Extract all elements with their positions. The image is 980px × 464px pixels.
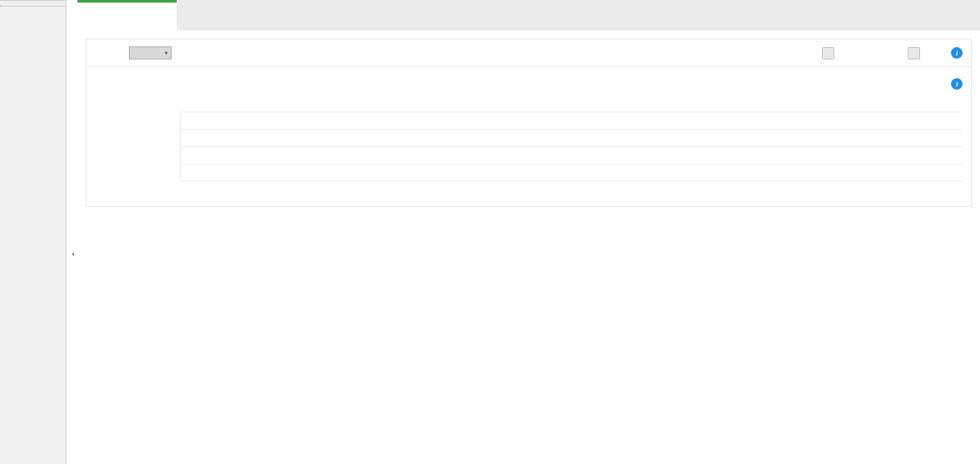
groups-dropdown[interactable]: ▾ xyxy=(129,46,172,59)
app-root: ▾ i i xyxy=(0,0,980,464)
prev-day-button[interactable] xyxy=(822,47,834,59)
sidebar-gutter xyxy=(67,0,77,464)
toolbar-info-icon[interactable]: i xyxy=(951,47,963,59)
sidebar-divider xyxy=(0,6,66,6)
sidebar-collapse-arrow-icon[interactable] xyxy=(69,250,76,257)
toolbar: ▾ i xyxy=(86,39,971,67)
tab-bar xyxy=(77,0,980,30)
chart-panel: ▾ i i xyxy=(86,39,972,207)
main-area: ▾ i i xyxy=(77,0,980,464)
chevron-down-icon: ▾ xyxy=(164,50,168,56)
next-day-button[interactable] xyxy=(908,47,920,59)
sidebar xyxy=(0,0,66,464)
productivity-bar-chart xyxy=(180,112,961,181)
chart-info-icon[interactable]: i xyxy=(951,78,963,90)
tab-dashboard[interactable] xyxy=(77,0,177,30)
